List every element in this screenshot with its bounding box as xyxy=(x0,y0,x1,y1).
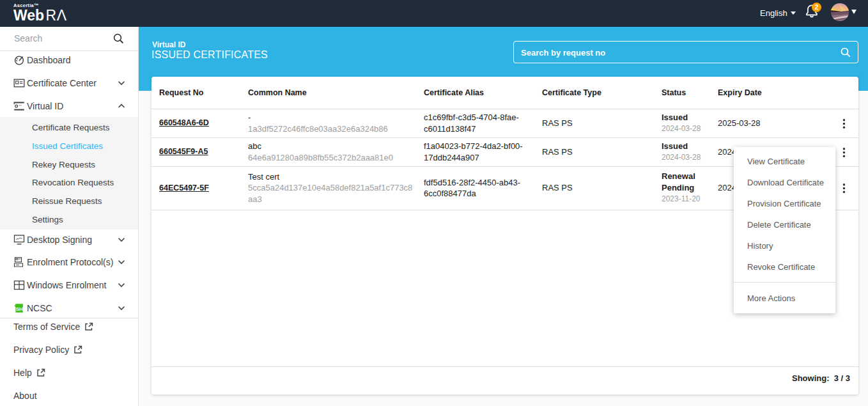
svg-text:SH: SH xyxy=(16,306,23,312)
